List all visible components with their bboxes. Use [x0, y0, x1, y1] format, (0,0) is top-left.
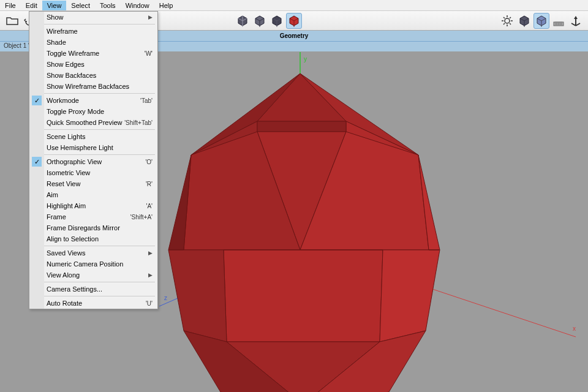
- menu-show-edges[interactable]: Show Edges: [29, 59, 157, 70]
- menu-numeric-camera[interactable]: Numeric Camera Position: [29, 258, 157, 270]
- chevron-right-icon: ▶: [148, 14, 153, 20]
- shading-mode-2[interactable]: [252, 13, 268, 29]
- menu-window[interactable]: Window: [121, 1, 154, 10]
- menu-shade[interactable]: Shade: [29, 37, 157, 48]
- svg-marker-15: [380, 250, 440, 342]
- mesh-object[interactable]: [168, 74, 440, 392]
- menu-highlight-aim[interactable]: Highlight Aim'A': [29, 200, 157, 211]
- chevron-right-icon: ▶: [148, 250, 153, 256]
- menu-file[interactable]: File: [0, 1, 21, 10]
- menu-camera-settings[interactable]: Camera Settings...: [29, 284, 157, 295]
- svg-marker-13: [224, 250, 383, 342]
- menu-frame-disregards[interactable]: Frame Disregards Mirror: [29, 222, 157, 233]
- tab-geometry[interactable]: Geometry: [280, 32, 309, 39]
- menu-edit[interactable]: Edit: [21, 1, 42, 10]
- open-button[interactable]: [4, 13, 20, 29]
- svg-marker-7: [257, 121, 346, 132]
- menu-scene-lights[interactable]: Scene Lights: [29, 131, 157, 142]
- view-lit-button[interactable]: [533, 13, 549, 29]
- svg-point-23: [505, 18, 510, 23]
- menu-tools[interactable]: Tools: [95, 1, 121, 10]
- svg-marker-14: [168, 250, 227, 342]
- menu-isometric[interactable]: Isometric View: [29, 167, 157, 178]
- menu-hemisphere[interactable]: Use Hemisphere Light: [29, 142, 157, 153]
- menu-saved-views[interactable]: Saved Views▶: [29, 247, 157, 258]
- check-icon: ✓: [32, 157, 42, 167]
- menu-bar: File Edit View Select Tools Window Help: [0, 0, 588, 11]
- menu-select[interactable]: Select: [66, 1, 95, 10]
- chevron-right-icon: ▶: [148, 272, 153, 278]
- menu-wireframe[interactable]: Wireframe: [29, 26, 157, 37]
- svg-line-31: [503, 23, 505, 24]
- check-icon: ✓: [32, 96, 42, 105]
- shading-mode-1[interactable]: [235, 13, 251, 29]
- menu-orthographic[interactable]: ✓Orthographic View'O': [29, 156, 157, 167]
- axes-toggle-button[interactable]: [568, 13, 584, 29]
- menu-quick-smooth[interactable]: Quick Smoothed Preview'Shift+Tab': [29, 117, 157, 128]
- svg-line-28: [503, 17, 505, 18]
- menu-reset-view[interactable]: Reset View'R': [29, 178, 157, 189]
- menu-toggle-wireframe[interactable]: Toggle Wireframe'W': [29, 48, 157, 59]
- view-menu-dropdown: Show▶ Wireframe Shade Toggle Wireframe'W…: [29, 11, 158, 309]
- menu-show-wf-backfaces[interactable]: Show Wireframe Backfaces: [29, 81, 157, 92]
- menu-aim[interactable]: Aim: [29, 189, 157, 200]
- shading-mode-3[interactable]: [269, 13, 285, 29]
- svg-line-29: [510, 23, 511, 24]
- axis-y-label: y: [304, 56, 307, 62]
- svg-line-35: [576, 23, 580, 26]
- menu-help[interactable]: Help: [154, 1, 178, 10]
- view-solid-button[interactable]: [516, 13, 532, 29]
- settings-button[interactable]: [499, 13, 515, 29]
- shading-mode-4[interactable]: [286, 13, 302, 29]
- menu-toggle-proxy[interactable]: Toggle Proxy Mode: [29, 106, 157, 117]
- menu-auto-rotate[interactable]: Auto Rotate'U': [29, 298, 157, 309]
- menu-workmode[interactable]: ✓Workmode'Tab': [29, 95, 157, 106]
- ground-toggle-button[interactable]: [551, 13, 567, 29]
- menu-align-selection[interactable]: Align to Selection: [29, 233, 157, 244]
- menu-show[interactable]: Show▶: [29, 12, 157, 23]
- menu-frame[interactable]: Frame'Shift+A': [29, 211, 157, 222]
- menu-view[interactable]: View: [42, 1, 67, 10]
- menu-show-backfaces[interactable]: Show Backfaces: [29, 70, 157, 81]
- svg-line-30: [510, 17, 511, 18]
- svg-line-34: [571, 23, 576, 26]
- axis-z-label: z: [164, 295, 167, 301]
- axis-x-label: x: [573, 325, 576, 332]
- menu-view-along[interactable]: View Along▶: [29, 270, 157, 281]
- svg-marker-36: [574, 16, 578, 19]
